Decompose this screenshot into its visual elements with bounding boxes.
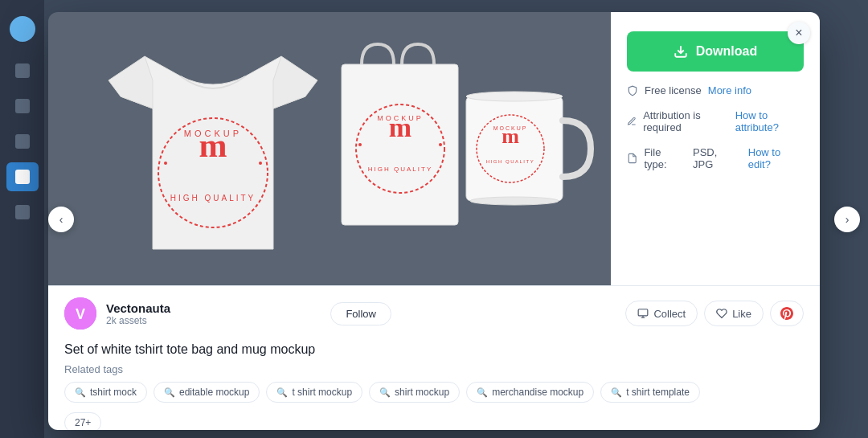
how-to-edit-link[interactable]: How to edit? [748,146,804,170]
author-avatar: V [64,297,96,330]
like-button[interactable]: Like [704,301,764,326]
svg-text:HIGH QUALITY: HIGH QUALITY [486,159,534,164]
svg-text:MOCKUP: MOCKUP [493,125,528,131]
collect-label: Collect [653,308,686,320]
tag-chip[interactable]: 🔍editable mockup [154,382,260,403]
download-button[interactable]: Download [627,31,804,72]
info-section: Download Free license More info Attribut… [611,12,820,285]
file-type-label: File type: [644,146,685,170]
tags-section: Related tags 🔍tshirt mock🔍editable mocku… [64,363,804,412]
license-row: Free license More info [627,84,804,96]
attribution-row: Attribution is required How to attribute… [627,109,804,133]
svg-point-5 [164,162,167,165]
author-info: Vectonauta 2k assets [106,301,321,326]
author-name: Vectonauta [106,301,321,315]
how-to-attribute-link[interactable]: How to attribute? [735,109,804,133]
modal-top: m MOCKUP HIGH QUALITY [48,12,820,285]
author-assets: 2k assets [106,315,321,326]
svg-rect-23 [639,309,649,316]
collect-icon [637,308,649,319]
svg-text:V: V [76,306,85,322]
more-info-link[interactable]: More info [708,84,751,96]
tag-chip[interactable]: 🔍t shirt template [600,382,700,403]
asset-title: Set of white tshirt tote bag and mug moc… [64,342,788,357]
tag-chip[interactable]: 🔍t shirt mockup [266,382,362,403]
svg-point-13 [439,143,442,146]
modal: × [48,12,820,430]
svg-point-12 [358,143,362,146]
image-section: m MOCKUP HIGH QUALITY [48,12,611,285]
tag-chip[interactable]: 🔍tshirt mock [64,382,147,403]
license-type: Free license [645,84,702,96]
svg-point-16 [470,197,559,205]
pen-icon [627,116,637,127]
download-icon [674,44,688,59]
pinterest-icon [780,307,793,320]
zoom-badge[interactable]: 27+ [64,412,101,430]
svg-text:MOCKUP: MOCKUP [184,129,242,138]
file-type-row: File type: PSD, JPG How to edit? [627,146,804,170]
mockup-svg: m MOCKUP HIGH QUALITY [56,16,603,281]
pinterest-button[interactable] [770,301,804,326]
tags-label: Related tags [64,363,788,375]
like-label: Like [732,308,751,320]
file-type-value: PSD, JPG [693,146,739,170]
svg-text:HIGH QUALITY: HIGH QUALITY [170,194,256,203]
heart-icon [716,308,727,319]
follow-button[interactable]: Follow [330,302,391,325]
download-label: Download [696,44,757,59]
collect-button[interactable]: Collect [625,301,698,326]
modal-overlay: × [0,0,868,438]
title-section: Set of white tshirt tote bag and mug moc… [64,342,804,363]
file-icon [627,153,637,164]
tag-chip[interactable]: 🔍shirt mockup [369,382,460,403]
svg-text:MOCKUP: MOCKUP [377,114,424,122]
close-button[interactable]: × [788,22,810,44]
tags-list: 🔍tshirt mock🔍editable mockup🔍t shirt moc… [64,382,788,403]
vectonauta-logo: V [64,297,96,330]
svg-rect-14 [466,96,563,201]
action-buttons: Collect Like [625,301,804,326]
tag-chip[interactable]: 🔍merchandise mockup [466,382,594,403]
nav-arrow-right[interactable]: › [834,207,860,232]
modal-footer: V Vectonauta 2k assets Follow Col [48,285,820,430]
shield-icon [627,85,638,96]
author-row: V Vectonauta 2k assets Follow Col [64,297,804,330]
svg-text:HIGH QUALITY: HIGH QUALITY [368,166,432,173]
attribution-label: Attribution is required [643,109,729,133]
nav-arrow-left[interactable]: ‹ [48,207,74,232]
svg-point-15 [466,92,563,101]
svg-point-6 [259,162,262,165]
